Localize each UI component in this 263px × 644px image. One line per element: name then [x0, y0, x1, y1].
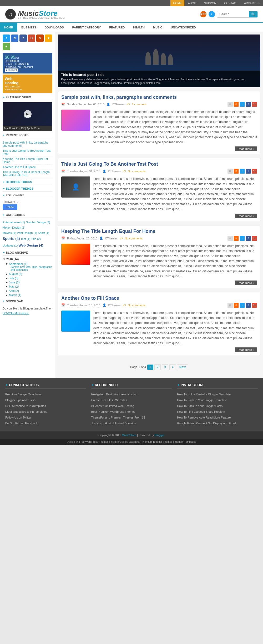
post-4-read-more-link[interactable]: Read more » [235, 347, 257, 352]
share-tw-4[interactable]: t [240, 303, 245, 308]
mainnav-uncategorized[interactable]: UNCATEGORIZED [166, 23, 200, 32]
share-tw-3[interactable]: t [240, 236, 245, 241]
blogger-tricks-link[interactable]: BLOGGER TRICKS [6, 180, 32, 184]
facebook-icon[interactable]: f [19, 35, 27, 42]
footer-inst-5[interactable]: How To Remove Auto Read More Feature [177, 415, 258, 420]
archive-jul-arrow[interactable]: ► [5, 277, 8, 280]
archive-jun[interactable]: June (2) [9, 281, 19, 284]
share-email-1[interactable]: ✉ [227, 102, 233, 107]
credit-templates-link[interactable]: Blogger Templates [175, 440, 196, 443]
credit-premium-link[interactable]: Premium Blogger Themes [142, 440, 172, 443]
pagination-page-3[interactable]: 3 [162, 364, 168, 370]
footer-rec-4[interactable]: Best Premium Wordpress Themes [91, 409, 172, 415]
delicious-icon[interactable]: d [11, 35, 18, 42]
topnav-support[interactable]: SUPPORT [201, 0, 221, 6]
footer-connect-5[interactable]: Follow Us on Twitter [5, 415, 86, 420]
archive-sep[interactable]: September (1) [9, 262, 27, 266]
archive-aug[interactable]: August (3) [9, 272, 22, 276]
recent-post-2[interactable]: This is Just Going To Be Another Test Po… [3, 148, 52, 156]
archive-mar[interactable]: March (1) [9, 293, 21, 297]
archive-may-arrow[interactable]: ► [5, 285, 8, 288]
mainnav-health[interactable]: HEALTH [129, 23, 149, 32]
post-1-comments[interactable]: 1 comment [132, 103, 146, 106]
blogger-link[interactable]: Blogger [155, 434, 165, 437]
footer-rec-6[interactable]: JustHost : Host Unlimited Domains [91, 420, 172, 426]
stumbleupon-icon[interactable]: S [36, 35, 44, 42]
mainnav-music[interactable]: MUSIC [149, 23, 166, 32]
share-tw-2[interactable]: t [240, 169, 245, 174]
star-icon[interactable]: ★ [45, 35, 52, 42]
recent-post-3[interactable]: Keeping The Title Length Equal For Home [3, 156, 52, 165]
share-blog-1[interactable]: B [234, 102, 239, 107]
follow-button[interactable]: Follow [3, 204, 17, 210]
topnav-about[interactable]: ABOUT [185, 0, 201, 6]
play-button[interactable]: ▶ [24, 110, 32, 118]
mainnav-downloads[interactable]: DOWNLOADS [40, 23, 68, 32]
recent-post-1[interactable]: Sample post with, links, paragraphs and … [3, 140, 52, 148]
footer-connect-4[interactable]: EMail Subscribe to PBTemplates [5, 409, 86, 415]
cat-movies[interactable]: Movies (1) [3, 231, 16, 234]
recent-post-4[interactable]: Another One to Fill Space [3, 165, 52, 170]
post-3-comments[interactable]: No comments [125, 237, 143, 240]
cat-short[interactable]: Short (1) [38, 231, 49, 234]
archive-apr[interactable]: April (2) [9, 289, 19, 292]
topnav-home[interactable]: HOME [170, 0, 184, 6]
cat-graphic-design[interactable]: Graphic Design (3) [26, 221, 50, 224]
share-email-4[interactable]: ✉ [227, 303, 233, 308]
share-tw-1[interactable]: t [240, 102, 245, 107]
share-email-3[interactable]: ✉ [227, 236, 233, 241]
share-fb-4[interactable]: f [246, 303, 251, 308]
cat-motion-design[interactable]: Motion Design (3) [3, 226, 26, 229]
bluehost-ad[interactable]: $6.95/mo UNLIMITEDSPACE, TRANSFERDOMAINS… [3, 53, 52, 73]
share-blog-4[interactable]: B [234, 303, 239, 308]
topnav-advertise[interactable]: ADVERTISE [241, 0, 263, 6]
cat-test[interactable]: Test (1) [21, 237, 30, 240]
share-blog-2[interactable]: B [234, 169, 239, 174]
footer-connect-3[interactable]: RSS Subscribe to PBTemplates [5, 403, 86, 409]
cat-sports[interactable]: Sports (4) [3, 237, 20, 241]
archive-mar-arrow[interactable]: ► [5, 293, 8, 297]
archive-jul[interactable]: July (3) [9, 277, 18, 280]
cat-updates[interactable]: Updates (1) [3, 244, 18, 247]
archive-aug-arrow[interactable]: ► [5, 272, 8, 276]
pagination-page-1[interactable]: 1 [147, 365, 153, 370]
footer-inst-1[interactable]: How To Upload/Install a Blogger Template [177, 391, 258, 397]
post-1-read-more-link[interactable]: Read more » [235, 146, 257, 151]
post-2-title-link[interactable]: This is Just Going To Be Another Test Po… [61, 161, 158, 167]
twitter-icon[interactable]: t [209, 11, 215, 17]
footer-connect-1[interactable]: Premium Blogger Templates [5, 391, 86, 397]
cat-web-design[interactable]: Web Design (4) [19, 243, 43, 247]
twitter-social-icon[interactable]: t [3, 35, 10, 42]
cat-print-design[interactable]: Print Design (1) [17, 231, 37, 234]
pagination-page-4[interactable]: 4 [169, 364, 176, 370]
credit-wp-link[interactable]: Free WordPress Themes [79, 440, 108, 443]
video-thumbnail[interactable]: 💻 ▶ [3, 102, 52, 126]
footer-rec-3[interactable]: Bluehost : Unlimited Web Hosting [91, 403, 172, 409]
pagination-next[interactable]: Next [177, 364, 188, 370]
mainnav-home[interactable]: HOME [0, 23, 17, 32]
footer-rec-1[interactable]: Hostgator : Best Wordpress Hosting [91, 391, 172, 397]
share-gplus-4[interactable]: G+ [252, 303, 257, 308]
share-fb-2[interactable]: f [246, 169, 251, 174]
search-button[interactable]: 🔍 [249, 11, 257, 17]
hostgator-ad[interactable]: WebHosting Host Gator.com1-866-96-GATOR [3, 75, 52, 93]
share-email-2[interactable]: ✉ [227, 169, 233, 174]
plus-icon[interactable]: + [3, 43, 10, 50]
footer-rec-2[interactable]: Create Free Flash Websites [91, 397, 172, 403]
share-fb-3[interactable]: f [246, 236, 251, 241]
footer-inst-2[interactable]: How To Backup Your Blogger Template [177, 397, 258, 403]
rss-icon[interactable]: RSS [200, 11, 206, 17]
archive-jun-arrow[interactable]: ► [5, 281, 8, 284]
archive-sep-arrow[interactable]: ▼ [5, 262, 8, 266]
footer-connect-2[interactable]: Blogger Tips And Tricks [5, 397, 86, 403]
post-4-title-link[interactable]: Another One to Fill Space [61, 296, 119, 301]
share-gplus-1[interactable]: G+ [252, 102, 257, 107]
pagination-page-2[interactable]: 2 [154, 364, 161, 370]
footer-connect-6[interactable]: Be Our Fan on Facebook! [5, 420, 86, 426]
credit-lasantha-link[interactable]: Lasantha [129, 440, 139, 443]
post-2-read-more-link[interactable]: Read more » [235, 214, 257, 218]
footer-inst-4[interactable]: How To Fix Facebook Share Problem [177, 409, 258, 415]
footer-rec-5[interactable]: ThemeForest : Premium Themes From 1$ [91, 415, 172, 420]
post-3-title-link[interactable]: Keeping The Title Length Equal For Home [61, 229, 155, 234]
archive-sep-post-link[interactable]: Sample post with, links, paragraphs and … [11, 266, 52, 271]
